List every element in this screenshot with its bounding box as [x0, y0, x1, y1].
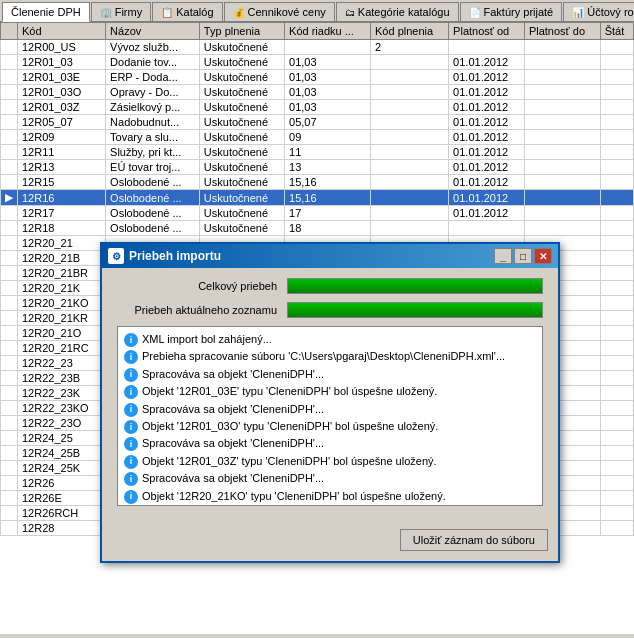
log-item: i Spracováva sa objekt 'CleneniDPH'...: [122, 470, 538, 487]
katalog-icon: 📋: [161, 7, 173, 18]
log-item: i Objekt '12R01_03Z' typu 'CleneniDPH' b…: [122, 453, 538, 470]
dialog-body: Celkový priebeh Priebeh aktuálneho zozna…: [102, 268, 558, 524]
dialog-title-text: Priebeh importu: [129, 249, 221, 263]
progress-current-fill: [288, 303, 542, 317]
progress-current-row: Priebeh aktuálneho zoznamu: [117, 302, 543, 318]
log-item: i Spracováva sa objekt 'CleneniDPH'...: [122, 435, 538, 452]
log-item-icon: i: [124, 385, 138, 399]
progress-overall-fill: [288, 279, 542, 293]
log-item-text: Spracováva sa objekt 'CleneniDPH'...: [142, 402, 536, 417]
dialog-maximize-btn[interactable]: □: [514, 248, 532, 264]
log-item-text: Objekt '12R01_03E' typu 'CleneniDPH' bol…: [142, 384, 536, 399]
log-item-text: Prebieha spracovanie súboru 'C:\Users\pg…: [142, 349, 536, 364]
dialog-titlebar: ⚙ Priebeh importu _ □ ✕: [102, 244, 558, 268]
tab-cennikove-ceny[interactable]: 💰 Cennikové ceny: [224, 2, 335, 21]
log-item: i Prebieha spracovanie súboru 'C:\Users\…: [122, 348, 538, 365]
log-item-text: Spracováva sa objekt 'CleneniDPH'...: [142, 471, 536, 486]
dialog-minimize-btn[interactable]: _: [494, 248, 512, 264]
tab-faktury-prijate[interactable]: 📄 Faktúry prijaté: [460, 2, 563, 21]
log-item-text: Objekt '12R01_03O' typu 'CleneniDPH' bol…: [142, 419, 536, 434]
firmy-icon: 🏢: [100, 7, 112, 18]
cennik-icon: 💰: [233, 7, 245, 18]
dialog-footer: Uložiť záznam do súboru: [102, 524, 558, 561]
log-item-icon: i: [124, 455, 138, 469]
log-item-icon: i: [124, 333, 138, 347]
dialog-title-icon: ⚙: [108, 248, 124, 264]
log-item: i Objekt '12R20_21KO' typu 'CleneniDPH' …: [122, 488, 538, 505]
log-item-icon: i: [124, 472, 138, 486]
progress-overall-bar: [287, 278, 543, 294]
tab-katalog[interactable]: 📋 Katalóg: [152, 2, 222, 21]
tab-kategorie-katalogu[interactable]: 🗂 Kategórie katalógu: [336, 2, 459, 21]
uctovy-icon: 📊: [572, 7, 584, 18]
log-item: i Spracováva sa objekt 'CleneniDPH'...: [122, 401, 538, 418]
progress-overall-label: Celkový priebeh: [117, 280, 277, 292]
log-item: i Spracováva sa objekt 'CleneniDPH'...: [122, 366, 538, 383]
log-area[interactable]: i XML import bol zahájený... i Prebieha …: [117, 326, 543, 506]
faktury-icon: 📄: [469, 7, 481, 18]
dialog-overlay: ⚙ Priebeh importu _ □ ✕ Celkový priebeh: [0, 22, 634, 634]
progress-overall-row: Celkový priebeh: [117, 278, 543, 294]
log-item: i Objekt '12R01_03E' typu 'CleneniDPH' b…: [122, 383, 538, 400]
progress-current-label: Priebeh aktuálneho zoznamu: [117, 304, 277, 316]
save-log-button[interactable]: Uložiť záznam do súboru: [400, 529, 548, 551]
log-item-icon: i: [124, 490, 138, 504]
log-item: i Objekt '12R01_03O' typu 'CleneniDPH' b…: [122, 418, 538, 435]
kategorie-icon: 🗂: [345, 7, 355, 18]
log-item-text: Objekt '12R01_03Z' typu 'CleneniDPH' bol…: [142, 454, 536, 469]
tab-uctovy-rozvrh[interactable]: 📊 Účtový rozvrh: [563, 2, 634, 21]
log-item-text: Objekt '12R20_21KO' typu 'CleneniDPH' bo…: [142, 489, 536, 504]
log-item-text: XML import bol zahájený...: [142, 332, 536, 347]
log-item-text: Spracováva sa objekt 'CleneniDPH'...: [142, 367, 536, 382]
log-item-icon: i: [124, 420, 138, 434]
progress-current-bar: [287, 302, 543, 318]
tab-firmy[interactable]: 🏢 Firmy: [91, 2, 152, 21]
log-item-icon: i: [124, 437, 138, 451]
dialog-controls: _ □ ✕: [494, 248, 552, 264]
log-item-text: Spracováva sa objekt 'CleneniDPH'...: [142, 436, 536, 451]
dialog-close-btn[interactable]: ✕: [534, 248, 552, 264]
tab-bar: Členenie DPH 🏢 Firmy 📋 Katalóg 💰 Cenniko…: [0, 0, 634, 22]
log-item-icon: i: [124, 368, 138, 382]
log-item: i XML import bol zahájený...: [122, 331, 538, 348]
main-content: Kód Názov Typ plnenia Kód riadku ... Kód…: [0, 22, 634, 634]
log-item: i Spracováva sa objekt 'CleneniDPH'...: [122, 505, 538, 506]
log-item-icon: i: [124, 350, 138, 364]
tab-clenenie-dph[interactable]: Členenie DPH: [2, 2, 90, 22]
log-content: i XML import bol zahájený... i Prebieha …: [118, 327, 542, 506]
log-item-icon: i: [124, 403, 138, 417]
dialog-title-left: ⚙ Priebeh importu: [108, 248, 221, 264]
import-dialog: ⚙ Priebeh importu _ □ ✕ Celkový priebeh: [100, 242, 560, 563]
